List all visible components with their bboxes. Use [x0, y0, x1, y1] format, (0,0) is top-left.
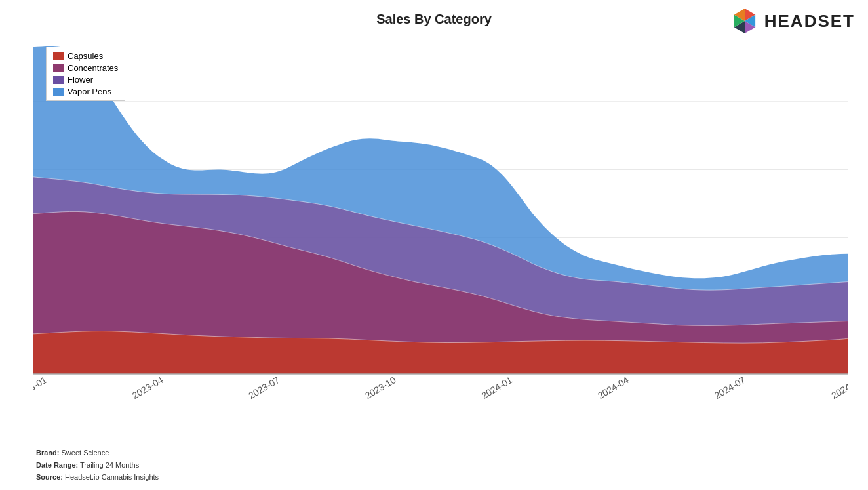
- chart-container: HEADSET Sales By Category Capsules Conce…: [0, 0, 868, 490]
- legend-color-concentrates: [53, 64, 64, 72]
- legend-item-concentrates: Concentrates: [53, 63, 118, 73]
- date-range-value: Trailing 24 Months: [80, 461, 139, 469]
- legend-label-flower: Flower: [68, 75, 93, 85]
- legend-item-flower: Flower: [53, 75, 118, 85]
- legend-color-flower: [53, 76, 64, 84]
- legend-label-capsules: Capsules: [68, 51, 103, 61]
- svg-text:2023-10: 2023-10: [363, 375, 398, 401]
- svg-text:2024-07: 2024-07: [713, 375, 747, 401]
- chart-footer: Brand: Sweet Science Date Range: Trailin…: [36, 447, 159, 483]
- source-value: Headset.io Cannabis Insights: [65, 473, 159, 481]
- legend-color-vapor-pens: [53, 88, 64, 96]
- svg-text:2023-04: 2023-04: [130, 375, 165, 401]
- legend-label-concentrates: Concentrates: [68, 63, 118, 73]
- legend-color-capsules: [53, 52, 64, 60]
- headset-logo-icon: [730, 7, 759, 35]
- legend-item-capsules: Capsules: [53, 51, 118, 61]
- brand-value: Sweet Science: [62, 449, 109, 457]
- source-label: Source:: [36, 473, 63, 481]
- headset-logo-text: HEADSET: [764, 11, 855, 31]
- svg-text:2024-10: 2024-10: [829, 375, 848, 401]
- svg-text:2024-04: 2024-04: [596, 375, 631, 401]
- headset-logo: HEADSET: [730, 7, 855, 35]
- area-chart-svg: 2023-01 2023-04 2023-07 2023-10 2024-01 …: [33, 33, 848, 414]
- date-range-label: Date Range:: [36, 461, 78, 469]
- legend-label-vapor-pens: Vapor Pens: [68, 87, 111, 96]
- legend-item-vapor-pens: Vapor Pens: [53, 87, 118, 96]
- svg-text:2024-01: 2024-01: [480, 375, 515, 401]
- brand-label: Brand:: [36, 449, 59, 457]
- svg-text:2023-07: 2023-07: [247, 375, 281, 401]
- svg-text:2023-01: 2023-01: [33, 375, 49, 401]
- chart-legend: Capsules Concentrates Flower Vapor Pens: [46, 47, 125, 101]
